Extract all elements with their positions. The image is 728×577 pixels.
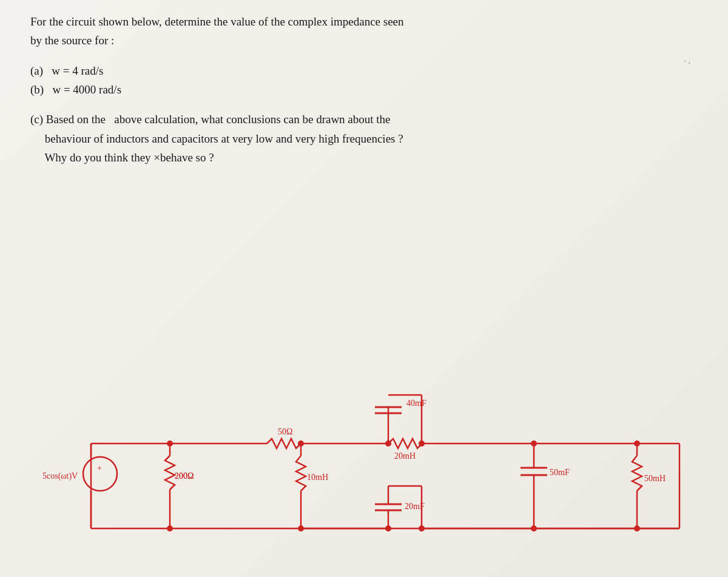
inductor1-label-text: 10mH xyxy=(307,473,328,482)
resistor-200 xyxy=(165,456,175,490)
part-a: (a) w = 4 rad/s xyxy=(30,61,698,80)
node-mid-left-bottom xyxy=(298,525,304,531)
part-c-line2: behaviour of inductors and capacitors at… xyxy=(30,129,698,148)
r1-label-text: 200Ω xyxy=(175,471,194,481)
node-far-right-bottom xyxy=(634,525,640,531)
r2-label-text: 50Ω xyxy=(278,427,292,436)
line1: For the circuit shown below, determine t… xyxy=(30,12,698,31)
part-b-label: (b) w = 4000 rad/s xyxy=(30,83,121,96)
part-c-line1: (c) Based on the above calculation, what… xyxy=(30,110,698,129)
source-plus: + xyxy=(97,464,102,473)
node-right-top xyxy=(531,440,537,447)
cap3-label-text: 50mF xyxy=(550,468,570,477)
node-mid-left-top xyxy=(298,440,304,447)
inductor-50mh xyxy=(632,456,642,491)
line2: by the source for : xyxy=(30,31,698,50)
problem-block: For the circuit shown below, determine t… xyxy=(30,12,698,167)
inductor-20mh xyxy=(388,439,422,448)
resistor-50 xyxy=(267,439,301,448)
voltage-source xyxy=(83,457,117,491)
inductor-10mh xyxy=(296,456,306,491)
source-label: 5cos(ωt)V xyxy=(42,471,78,481)
inductor3-label-text: 50mH xyxy=(644,474,666,483)
part-b: (b) w = 4000 rad/s xyxy=(30,80,698,99)
part-a-label: (a) w = 4 rad/s xyxy=(30,64,103,77)
cap2-label-text: 20mF xyxy=(405,502,425,511)
node-middle-right xyxy=(419,440,425,447)
inductor2-label-text: 20mH xyxy=(394,451,416,461)
cap1-label-text: 40mF xyxy=(406,399,426,408)
circuit-svg: + 5cos(ωt)V 200Ω 200Ω 50Ω xyxy=(30,322,698,559)
page: For the circuit shown below, determine t… xyxy=(0,0,728,577)
node-left-top xyxy=(167,440,173,447)
node-left-bottom xyxy=(167,525,173,531)
circuit-diagram: + 5cos(ωt)V 200Ω 200Ω 50Ω xyxy=(30,322,698,559)
decorative-dots: ·. xyxy=(683,58,692,66)
node-right-bottom xyxy=(531,525,537,531)
part-c-line3: Why do you think they ×behave so ? xyxy=(30,148,698,167)
node-far-right-top xyxy=(634,440,640,447)
